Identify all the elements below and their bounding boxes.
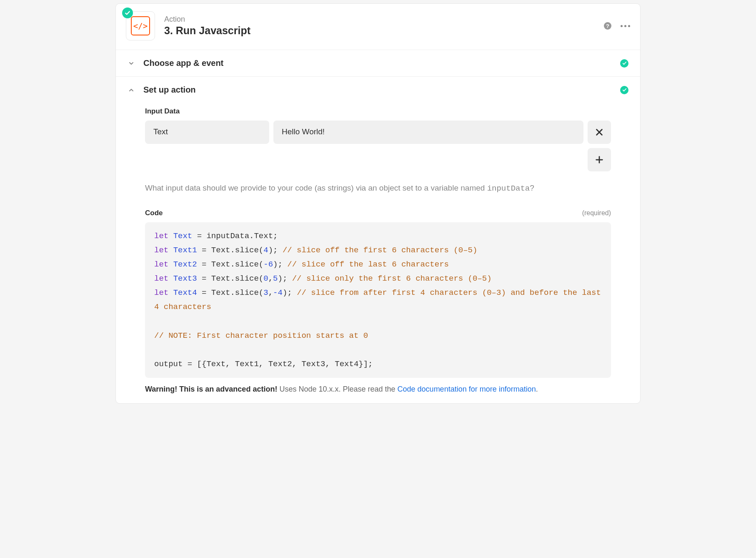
code-app-icon: </>	[131, 16, 150, 35]
chevron-down-icon	[128, 60, 135, 67]
section-complete-icon	[620, 86, 628, 94]
action-subtitle: Action	[164, 15, 604, 24]
required-label: (required)	[582, 209, 611, 217]
status-check-icon	[122, 8, 133, 18]
close-icon	[595, 128, 604, 137]
section-complete-icon	[620, 59, 628, 68]
code-label: Code (required)	[145, 209, 611, 217]
remove-row-button[interactable]	[588, 121, 611, 144]
warning-text: Warning! This is an advanced action! Use…	[145, 384, 611, 395]
app-icon: </>	[126, 11, 155, 40]
chevron-up-icon	[128, 87, 135, 93]
card-header: </> Action 3. Run Javascript ?	[116, 4, 640, 50]
action-card: </> Action 3. Run Javascript ? Choose ap…	[115, 3, 641, 404]
code-docs-link[interactable]: Code documentation for more information	[398, 385, 536, 393]
code-editor[interactable]: let Text = inputData.Text; let Text1 = T…	[145, 222, 611, 378]
add-row-button[interactable]	[588, 148, 611, 171]
input-data-label: Input Data	[145, 107, 611, 116]
plus-icon	[595, 155, 604, 164]
section-set-up-action[interactable]: Set up action	[116, 77, 640, 103]
input-data-help: What input data should we provide to you…	[145, 182, 611, 195]
section-title: Set up action	[143, 85, 620, 95]
input-data-row: Text Hello World!	[145, 121, 611, 144]
more-icon	[621, 25, 630, 27]
help-button[interactable]: ?	[604, 22, 611, 30]
help-icon: ?	[604, 22, 611, 30]
setup-body: Input Data Text Hello World! What input …	[116, 103, 640, 403]
section-choose-app-event[interactable]: Choose app & event	[116, 50, 640, 77]
input-value-field[interactable]: Hello World!	[273, 121, 583, 144]
action-title: 3. Run Javascript	[164, 25, 604, 37]
input-key-field[interactable]: Text	[145, 121, 269, 144]
section-title: Choose app & event	[143, 58, 620, 68]
more-button[interactable]	[621, 25, 630, 27]
